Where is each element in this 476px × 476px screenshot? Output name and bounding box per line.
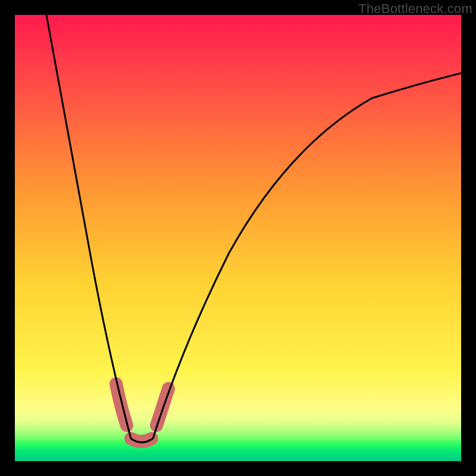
curve-layer bbox=[15, 15, 461, 461]
curve-right-branch bbox=[153, 73, 461, 439]
chart-canvas bbox=[15, 15, 461, 461]
watermark-text: TheBottleneck.com bbox=[358, 1, 472, 17]
curve-left-branch bbox=[46, 15, 131, 439]
